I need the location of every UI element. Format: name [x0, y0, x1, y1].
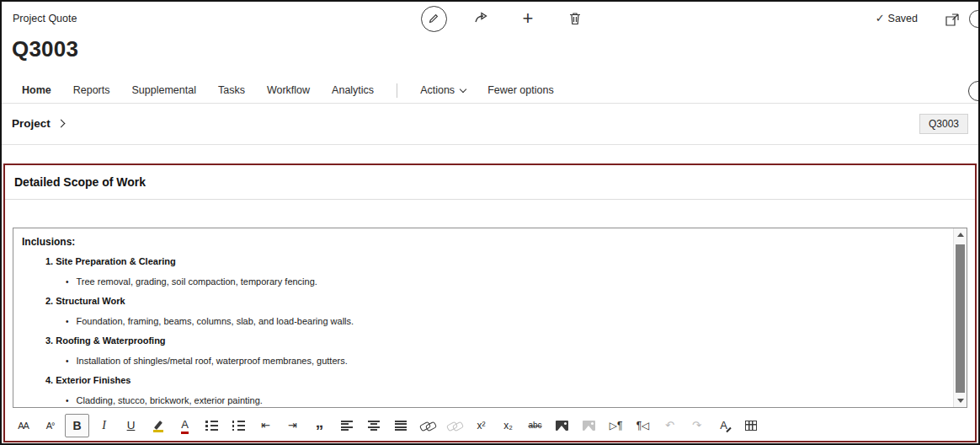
- strikethrough-icon: abc: [528, 421, 541, 430]
- redo-button[interactable]: ↷: [684, 414, 709, 437]
- increase-indent-icon: ⇥: [288, 419, 297, 432]
- tab-reports[interactable]: Reports: [73, 84, 110, 96]
- font-name-button[interactable]: AA: [11, 414, 35, 437]
- divider: [5, 199, 975, 200]
- chevron-right-icon: [56, 120, 65, 128]
- pencil-icon: [421, 6, 447, 32]
- italic-button[interactable]: I: [92, 414, 116, 437]
- bold-icon: B: [72, 419, 81, 432]
- font-color-button[interactable]: A: [173, 414, 197, 437]
- tab-workflow[interactable]: Workflow: [267, 84, 310, 96]
- scope-section: Detailed Scope of Work Inclusions:1. Sit…: [3, 164, 977, 442]
- undo-icon: ↶: [665, 419, 674, 432]
- superscript-icon: x²: [477, 420, 486, 432]
- insert-image-button[interactable]: [550, 414, 574, 437]
- list-item-detail: •Cladding, stucco, brickwork, exterior p…: [13, 391, 953, 408]
- saved-label: Saved: [888, 13, 918, 24]
- tab-tasks[interactable]: Tasks: [218, 84, 245, 96]
- page: Project Quote + ✓ Saved Q3003: [0, 0, 980, 445]
- page-title: Project Quote: [13, 13, 77, 24]
- underline-button[interactable]: U: [119, 414, 143, 437]
- clear-format-button[interactable]: A: [711, 414, 736, 437]
- record-title: Q3003: [12, 36, 78, 62]
- avatar-icon[interactable]: [969, 10, 980, 28]
- insert-table-icon: [745, 421, 757, 431]
- numbered-list-button[interactable]: [226, 414, 251, 437]
- remove-link-button[interactable]: [442, 414, 466, 437]
- list-item-title: 3. Roofing & Waterproofing: [13, 331, 953, 351]
- trash-icon: [569, 12, 581, 25]
- save-status: ✓ Saved: [876, 12, 918, 24]
- subscript-button[interactable]: x₂: [496, 414, 520, 437]
- font-color-icon: A: [181, 418, 189, 432]
- popout-button[interactable]: [943, 10, 961, 29]
- tab-divider: [397, 83, 397, 98]
- align-justify-icon: [395, 421, 407, 431]
- project-label: Project: [12, 117, 51, 130]
- edit-image-button[interactable]: [577, 414, 601, 437]
- redo-icon: ↷: [692, 419, 701, 432]
- plus-icon: +: [523, 10, 534, 27]
- insert-table-button[interactable]: [738, 414, 763, 437]
- tab-supplemental[interactable]: Supplemental: [132, 84, 196, 96]
- bullet-list-icon: [205, 421, 218, 431]
- bullet-icon: •: [66, 272, 69, 292]
- fewer-options-label: Fewer options: [487, 84, 554, 96]
- align-left-button[interactable]: [334, 414, 359, 437]
- tab-home[interactable]: Home: [22, 84, 51, 96]
- highlight-button[interactable]: [146, 414, 170, 437]
- check-icon: ✓: [876, 12, 885, 24]
- format-toolbar: AAA°BIUA⇤⇥„x²x₂abc▷¶¶◁↶↷A: [11, 412, 969, 438]
- scope-list: Inclusions:1. Site Preparation & Clearin…: [13, 228, 953, 407]
- bullet-list-button[interactable]: [200, 414, 224, 437]
- superscript-button[interactable]: x²: [469, 414, 493, 437]
- blockquote-icon: „: [316, 419, 324, 432]
- insert-link-icon: [420, 421, 435, 431]
- remove-link-icon: [447, 421, 462, 431]
- chevron-down-icon: [460, 85, 466, 92]
- increase-indent-button[interactable]: ⇥: [280, 414, 305, 437]
- add-button[interactable]: +: [514, 5, 541, 32]
- actions-label: Actions: [420, 84, 455, 96]
- editor-scrollbar[interactable]: [953, 228, 967, 407]
- align-center-icon: [368, 421, 380, 431]
- bullet-icon: •: [66, 391, 69, 408]
- undo-button[interactable]: ↶: [658, 414, 682, 437]
- delete-button[interactable]: [562, 5, 589, 32]
- project-breadcrumb[interactable]: Project: [12, 117, 64, 130]
- font-size-button[interactable]: A°: [38, 414, 62, 437]
- align-justify-button[interactable]: [388, 414, 413, 437]
- text-direction-ltr-button[interactable]: ▷¶: [604, 414, 628, 437]
- text-direction-rtl-button[interactable]: ¶◁: [631, 414, 655, 437]
- decrease-indent-button[interactable]: ⇤: [253, 414, 278, 437]
- align-center-button[interactable]: [361, 414, 386, 437]
- scrollbar-thumb[interactable]: [956, 244, 965, 393]
- clear-format-icon: A: [720, 419, 727, 432]
- font-name-icon: AA: [18, 421, 29, 431]
- project-row: Project Q3003: [2, 105, 978, 145]
- insert-link-button[interactable]: [415, 414, 439, 437]
- record-chip[interactable]: Q3003: [919, 114, 968, 134]
- rich-text-editor[interactable]: Inclusions:1. Site Preparation & Clearin…: [13, 228, 967, 408]
- list-item-title: 4. Exterior Finishes: [13, 371, 953, 391]
- list-item-detail: •Foundation, framing, beams, columns, sl…: [13, 312, 953, 332]
- strikethrough-button[interactable]: abc: [523, 414, 547, 437]
- highlight-icon: [153, 421, 163, 431]
- scroll-up-icon[interactable]: [957, 233, 964, 237]
- list-item-detail: •Installation of shingles/metal roof, wa…: [13, 351, 953, 372]
- blockquote-button[interactable]: „: [307, 414, 332, 437]
- fewer-options-menu[interactable]: Fewer options: [487, 84, 554, 96]
- subscript-icon: x₂: [503, 420, 513, 432]
- command-bar: +: [420, 5, 589, 32]
- popout-icon: [945, 13, 959, 26]
- tab-analytics[interactable]: Analytics: [332, 84, 374, 96]
- numbered-list-icon: [232, 421, 245, 431]
- edit-button[interactable]: [420, 5, 447, 32]
- tab-bar: HomeReportsSupplementalTasksWorkflowAnal…: [2, 78, 978, 104]
- bold-button[interactable]: B: [65, 414, 89, 437]
- share-button[interactable]: [467, 5, 494, 32]
- italic-icon: I: [102, 419, 106, 432]
- actions-menu[interactable]: Actions: [420, 84, 466, 96]
- decrease-indent-icon: ⇤: [261, 419, 270, 432]
- scroll-down-icon[interactable]: [957, 399, 964, 403]
